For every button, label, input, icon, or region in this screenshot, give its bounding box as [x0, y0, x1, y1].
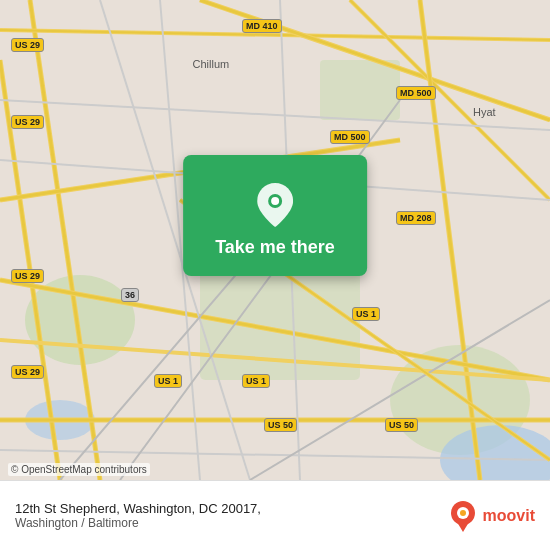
badge-md208: MD 208 — [396, 211, 436, 225]
take-me-there-label: Take me there — [215, 237, 335, 258]
badge-md500-1: MD 500 — [396, 86, 436, 100]
footer-region: Washington / Baltimore — [15, 516, 261, 530]
badge-i36: 36 — [121, 288, 139, 302]
moovit-logo: moovit — [447, 500, 535, 532]
badge-us1-3: US 1 — [242, 374, 270, 388]
svg-point-42 — [460, 510, 466, 516]
badge-us29-1: US 29 — [11, 38, 44, 52]
badge-us1-1: US 1 — [352, 307, 380, 321]
badge-us50-2: US 50 — [385, 418, 418, 432]
footer-text-block: 12th St Shepherd, Washington, DC 20017, … — [15, 501, 261, 530]
take-me-there-button[interactable]: Take me there — [183, 155, 367, 276]
osm-attribution: © OpenStreetMap contributors — [8, 463, 150, 476]
moovit-brand-icon — [447, 500, 479, 532]
badge-us1-2: US 1 — [154, 374, 182, 388]
badge-us29-4: US 29 — [11, 365, 44, 379]
location-pin-icon — [257, 183, 293, 227]
take-me-there-container: Take me there — [183, 155, 367, 276]
badge-us50-1: US 50 — [264, 418, 297, 432]
footer-address: 12th St Shepherd, Washington, DC 20017, — [15, 501, 261, 516]
svg-marker-41 — [457, 522, 469, 532]
footer: 12th St Shepherd, Washington, DC 20017, … — [0, 480, 550, 550]
badge-us29-2: US 29 — [11, 115, 44, 129]
svg-point-38 — [271, 197, 279, 205]
map-view: Chillum Hyat US 29 US 29 US 29 US 29 MD … — [0, 0, 550, 480]
badge-us29-3: US 29 — [11, 269, 44, 283]
badge-md410: MD 410 — [242, 19, 282, 33]
svg-rect-4 — [320, 60, 400, 120]
badge-md500-2: MD 500 — [330, 130, 370, 144]
moovit-brand-name: moovit — [483, 507, 535, 525]
